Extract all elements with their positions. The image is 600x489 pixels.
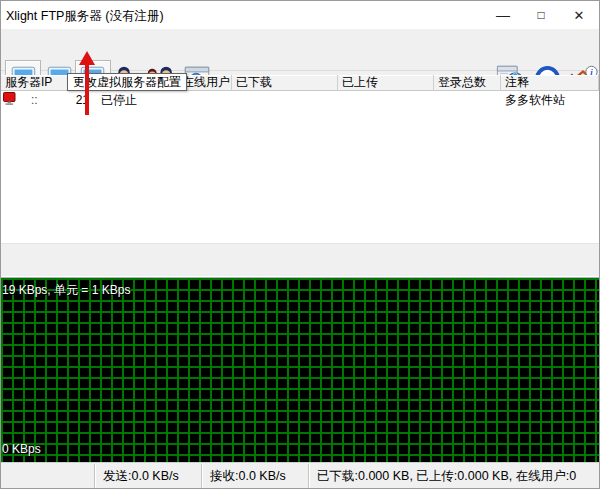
minimize-button[interactable]: — bbox=[483, 1, 523, 29]
server-list: :: 21 已停止 多多软件站 bbox=[1, 91, 599, 243]
xlight-ftp-window: Xlight FTP服务器 (没有注册) — □ ✕ bbox=[0, 0, 600, 489]
statusbar: 发送:0.0 KB/s 接收:0.0 KB/s 已下载:0.000 KB, 已上… bbox=[1, 462, 599, 489]
maximize-button[interactable]: □ bbox=[521, 1, 561, 29]
server-comment-value: 多多软件站 bbox=[505, 92, 565, 108]
titlebar: Xlight FTP服务器 (没有注册) — □ ✕ bbox=[1, 1, 599, 29]
statusbar-spacer bbox=[1, 464, 94, 489]
control-bar bbox=[1, 243, 599, 278]
statusbar-received: 接收:0.0 KB/s bbox=[201, 464, 308, 489]
column-header-server-ip[interactable]: 服务器IP bbox=[1, 75, 68, 91]
server-stopped-icon bbox=[3, 92, 17, 109]
close-icon: ✕ bbox=[574, 8, 585, 23]
annotation-arrow-line bbox=[85, 63, 89, 115]
statusbar-summary: 已下载:0.000 KB, 已上传:0.000 KB, 在线用户:0 bbox=[308, 464, 600, 489]
column-header-uploaded[interactable]: 已上传 bbox=[338, 75, 434, 91]
window-title: Xlight FTP服务器 (没有注册) bbox=[6, 8, 164, 25]
bandwidth-graph: 19 KBps, 单元 = 1 KBps 0 KBps bbox=[1, 278, 599, 462]
close-button[interactable]: ✕ bbox=[559, 1, 599, 29]
maximize-icon: □ bbox=[537, 8, 544, 22]
column-header-downloaded[interactable]: 已下载 bbox=[232, 75, 338, 91]
statusbar-sent: 发送:0.0 KB/s bbox=[94, 464, 201, 489]
server-status-value: 已停止 bbox=[101, 92, 137, 108]
graph-scale-label: 19 KBps, 单元 = 1 KBps bbox=[2, 282, 130, 299]
column-header-comment[interactable]: 注释 bbox=[501, 75, 599, 91]
graph-zero-label: 0 KBps bbox=[2, 442, 41, 456]
server-ip-value: :: bbox=[31, 92, 38, 108]
column-header-total-logins[interactable]: 登录总数 bbox=[434, 75, 501, 91]
minimize-icon: — bbox=[496, 7, 510, 23]
server-row[interactable]: :: 21 已停止 多多软件站 bbox=[1, 92, 599, 108]
